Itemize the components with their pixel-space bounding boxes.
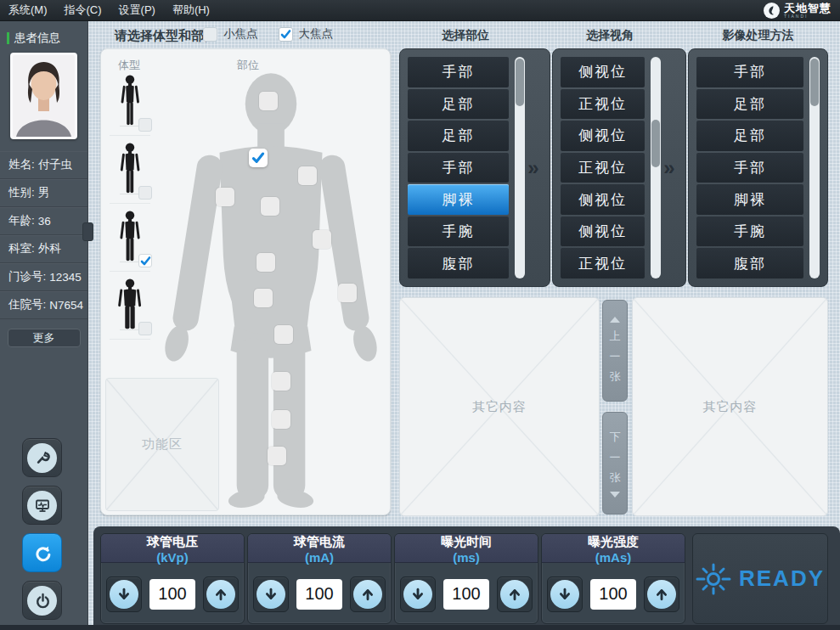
exposure-value[interactable]: 100 (296, 579, 342, 610)
processing-list-scrollbar[interactable] (809, 57, 820, 278)
processing-list-panel: 手部足部足部手部脚裸手腕腹部 (688, 48, 828, 287)
refresh-icon-button[interactable] (22, 533, 62, 572)
list-item[interactable]: 脚裸 (408, 184, 509, 215)
exposure-panel: 球管电流(mA)100 (247, 533, 392, 624)
processing-list: 手部足部足部手部脚裸手腕腹部 (696, 57, 803, 278)
sidebar-collapse-handle[interactable] (82, 222, 93, 241)
decrease-button[interactable] (106, 577, 142, 612)
placeholder-label: 其它内容 (703, 399, 758, 415)
function-area-placeholder: 功能区 (105, 378, 219, 511)
list-item[interactable]: 侧视位 (561, 217, 645, 247)
list-item[interactable]: 正视位 (561, 153, 645, 183)
exposure-panel: 球管电压(kVp)100 (100, 533, 245, 624)
body-type-item[interactable] (110, 143, 150, 204)
body-type-item[interactable] (110, 278, 150, 340)
increase-button[interactable] (350, 577, 386, 612)
part-list-scrollbar[interactable] (515, 57, 525, 278)
exposure-panel-title: 曝光时间(ms) (395, 534, 538, 563)
exposure-panel: 曝光强度(mAs)100 (541, 533, 685, 624)
body-selection-panel: 体型 部位 (100, 48, 391, 515)
monitor-icon-button[interactable] (22, 486, 62, 525)
focus-checkbox[interactable] (279, 27, 293, 42)
triangle-up-icon (610, 317, 620, 323)
increase-button[interactable] (203, 577, 239, 612)
list-item[interactable]: 手部 (696, 57, 803, 87)
field-label: 年龄: (8, 213, 35, 228)
function-area-label: 功能区 (142, 436, 183, 453)
scrollbar-thumb[interactable] (516, 59, 524, 106)
list-item[interactable]: 侧视位 (561, 57, 645, 87)
list-item[interactable]: 手腕 (408, 217, 509, 247)
menu-item[interactable]: 帮助(H) (172, 3, 210, 18)
part-checkbox-right-elbow[interactable] (313, 230, 331, 249)
body-type-item[interactable] (110, 75, 150, 136)
patient-field: 科室:外科 (0, 235, 87, 263)
part-checkbox-right-ankle[interactable] (268, 447, 286, 465)
list-item[interactable]: 足部 (696, 121, 803, 151)
list-item[interactable]: 侧视位 (561, 184, 645, 215)
part-checkbox-pelvis[interactable] (254, 289, 273, 307)
part-checkbox-left-arm[interactable] (216, 188, 234, 206)
wrench-icon-button[interactable] (22, 438, 62, 477)
focus-checkbox[interactable] (203, 27, 217, 42)
menu-item[interactable]: 设置(P) (119, 3, 155, 18)
list-item[interactable]: 正视位 (561, 89, 645, 120)
part-checkbox-right-wrist[interactable] (338, 284, 357, 302)
increase-button[interactable] (644, 577, 679, 612)
menu-item[interactable]: 系统(M) (8, 3, 48, 18)
menu-item[interactable]: 指令(C) (65, 3, 102, 18)
part-checkbox-right-thigh[interactable] (274, 325, 293, 344)
list-item[interactable]: 脚裸 (696, 184, 803, 215)
decrease-button[interactable] (253, 577, 289, 612)
list-item[interactable]: 足部 (408, 121, 509, 151)
exposure-unit: (mA) (305, 550, 334, 565)
power-icon (27, 586, 57, 616)
field-label: 门诊号: (8, 269, 46, 284)
list-item[interactable]: 正视位 (561, 248, 645, 278)
arrow-down-icon (110, 580, 138, 609)
list-item[interactable]: 手部 (408, 153, 509, 183)
right-chevron-icon: » (661, 57, 678, 278)
part-checkbox-head[interactable] (259, 92, 278, 110)
list-item[interactable]: 手部 (696, 153, 803, 183)
ready-button[interactable]: READY (692, 533, 828, 624)
decrease-button[interactable] (400, 577, 436, 612)
part-checkbox-left-chest[interactable] (249, 149, 268, 167)
more-button[interactable]: 更多 (8, 329, 81, 347)
list-item[interactable]: 腹部 (696, 248, 803, 278)
list-item[interactable]: 侧视位 (561, 121, 645, 151)
menu-items: 系统(M)指令(C)设置(P)帮助(H) (8, 3, 227, 18)
next-image-button[interactable]: 下一张 (602, 412, 628, 515)
part-checkbox-right-shin[interactable] (272, 410, 290, 429)
exposure-panel: 曝光时间(ms)100 (394, 533, 538, 624)
exposure-stepper: 100 (101, 563, 244, 624)
part-checkbox-right-shoulder[interactable] (298, 166, 317, 185)
part-checkbox-chest[interactable] (261, 197, 279, 216)
decrease-button[interactable] (547, 577, 583, 612)
exposure-value[interactable]: 100 (590, 579, 636, 610)
power-icon-button[interactable] (22, 581, 62, 620)
brand-title: 天地智慧 (784, 3, 832, 14)
previous-image-button[interactable]: 上一张 (602, 300, 628, 402)
exposure-value[interactable]: 100 (443, 579, 489, 610)
part-checkbox-abdomen[interactable] (257, 253, 275, 272)
view-list-scrollbar[interactable] (651, 57, 661, 278)
scrollbar-thumb[interactable] (651, 120, 660, 167)
scrollbar-thumb[interactable] (810, 59, 819, 106)
list-item[interactable]: 手腕 (696, 217, 803, 247)
body-type-item[interactable] (110, 211, 150, 272)
triangle-down-icon (610, 492, 620, 498)
increase-button[interactable] (497, 577, 533, 612)
list-item[interactable]: 手部 (408, 57, 509, 87)
list-item[interactable]: 足部 (408, 89, 509, 120)
arrow-up-icon (500, 580, 529, 609)
list-item[interactable]: 足部 (696, 89, 803, 120)
part-checkbox-right-knee[interactable] (272, 372, 290, 391)
list-item[interactable]: 腹部 (408, 248, 509, 278)
exposure-value[interactable]: 100 (149, 579, 195, 610)
exposure-stepper: 100 (248, 563, 391, 624)
arrow-down-icon (403, 580, 432, 609)
wrench-icon (27, 443, 57, 473)
field-label: 性别: (8, 185, 35, 200)
arrow-down-icon (550, 580, 579, 609)
